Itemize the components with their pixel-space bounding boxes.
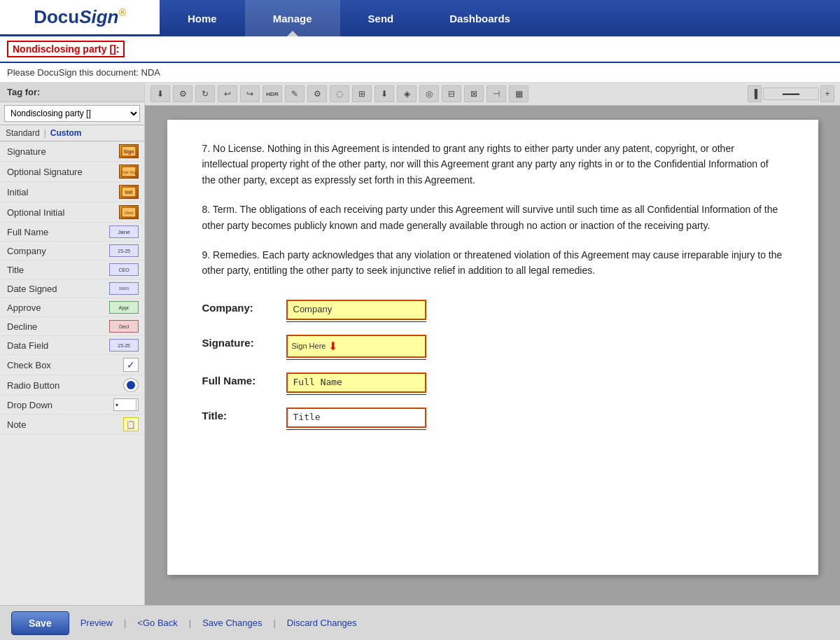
tag-item-title-label: Title	[7, 265, 24, 275]
tag-item-optional-signature[interactable]: Optional Signature Opt Sig	[0, 162, 144, 182]
dropdown-icon: ▾	[113, 398, 139, 411]
nav-manage[interactable]: Manage	[245, 0, 340, 36]
doc-paragraph-8: 8. Term. The obligations of each receivi…	[202, 202, 783, 233]
tag-item-title[interactable]: Title CEO	[0, 260, 144, 279]
toolbar-download2-btn[interactable]: ⬇	[374, 85, 394, 102]
toolbar-edit-btn[interactable]: ✎	[285, 85, 304, 102]
message-text: Please DocuSign this document: NDA	[7, 67, 160, 78]
doc-content: 7. No License. Nothing in this Agreement…	[202, 141, 783, 430]
tag-item-initial[interactable]: Initial Init	[0, 182, 144, 202]
save-button[interactable]: Save	[11, 611, 69, 635]
toolbar-circle-btn[interactable]: ◌	[330, 85, 349, 102]
toolbar-chart-btn[interactable]: ▦	[509, 85, 528, 102]
approve-icon: Appr	[109, 301, 139, 314]
nav-send[interactable]: Send	[340, 0, 422, 36]
tag-item-fullname[interactable]: Full Name Jane	[0, 223, 144, 242]
tag-item-decline[interactable]: Decline Decl	[0, 317, 144, 336]
logo-text: DocuSign®	[34, 6, 126, 28]
toolbar-hdr-btn[interactable]: HDR	[262, 85, 282, 102]
toolbar-refresh-btn[interactable]: ↻	[195, 85, 215, 102]
zoom-in-btn[interactable]: +	[820, 85, 834, 102]
recipient-bar: Nondisclosing party []:	[0, 36, 840, 63]
doc-para-7-text: 7. No License. Nothing in this Agreement…	[202, 143, 769, 186]
toolbar-gear2-btn[interactable]: ⚙	[307, 85, 327, 102]
toolbar-grid-btn[interactable]: ⊞	[352, 85, 372, 102]
optional-signature-icon: Opt Sig	[119, 165, 139, 179]
discard-changes-link[interactable]: Discard Changes	[287, 618, 357, 628]
fullname-field-tag[interactable]: Full Name	[286, 373, 426, 393]
toolbar-minus-btn[interactable]: ⊟	[442, 85, 461, 102]
radio-button-icon	[123, 378, 139, 392]
tag-item-company[interactable]: Company 15-25	[0, 242, 144, 260]
role-dropdown[interactable]: Nondisclosing party []	[4, 105, 140, 122]
fullname-form-label: Full Name:	[202, 373, 286, 389]
zoom-out-btn[interactable]: ▐	[748, 85, 762, 102]
recipient-label: Nondisclosing party []:	[7, 41, 125, 57]
checkbox-icon: ✓	[123, 358, 139, 372]
title-field-tag[interactable]: Title	[286, 408, 426, 428]
tag-for-label: Tag for:	[7, 87, 40, 97]
tag-item-decline-label: Decline	[7, 321, 37, 332]
company-underline	[286, 321, 426, 322]
tag-items-list: Signature Sign Optional Signature Opt Si…	[0, 141, 144, 435]
tag-item-data-field[interactable]: Data Field 15-25	[0, 336, 144, 355]
tag-item-date-signed[interactable]: Date Signed 10/01	[0, 279, 144, 298]
tag-item-optional-signature-label: Optional Signature	[7, 167, 83, 177]
tag-for-header: Tag for:	[0, 83, 144, 102]
company-icon: 15-25	[109, 244, 139, 257]
preview-link[interactable]: Preview	[80, 618, 113, 628]
doc-area: 7. No License. Nothing in this Agreement…	[145, 106, 840, 605]
fullname-field-area: Full Name	[286, 373, 426, 395]
tag-item-data-field-label: Data Field	[7, 340, 48, 351]
tag-item-approve[interactable]: Approve Appr	[0, 298, 144, 317]
toolbar-target-btn[interactable]: ◈	[397, 85, 416, 102]
date-signed-icon: 10/01	[109, 282, 139, 295]
nav-home[interactable]: Home	[160, 0, 245, 36]
toolbar-settings-btn[interactable]: ⚙	[173, 85, 192, 102]
signature-field-tag[interactable]: Sign Here ⬇	[286, 335, 426, 359]
note-icon: 📋	[123, 417, 139, 431]
sign-here-label: Sign Here	[292, 340, 326, 353]
svg-text:OInit: OInit	[125, 211, 134, 215]
doc-toolbar: ⬇ ⚙ ↻ ↩ ↪ HDR ✎ ⚙ ◌ ⊞ ⬇ ◈ ◎ ⊟ ⊠ ⊣ ▦ ▐ ━━…	[145, 83, 840, 106]
tag-item-dropdown-label: Drop Down	[7, 400, 52, 410]
toolbar-align-btn[interactable]: ⊣	[486, 85, 506, 102]
company-field-tag[interactable]: Company	[286, 300, 426, 320]
save-changes-link[interactable]: Save Changes	[202, 618, 262, 628]
toolbar-redo-btn[interactable]: ↪	[240, 85, 260, 102]
tag-item-note[interactable]: Note 📋	[0, 415, 144, 435]
nav-dashboards[interactable]: Dashboards	[421, 0, 538, 36]
tag-item-dropdown[interactable]: Drop Down ▾	[0, 396, 144, 415]
svg-text:Init: Init	[125, 190, 133, 195]
message-bar: Please DocuSign this document: NDA	[0, 63, 840, 83]
tag-item-company-label: Company	[7, 246, 46, 256]
tag-item-fullname-label: Full Name	[7, 227, 48, 237]
standard-tab[interactable]: Standard	[6, 128, 40, 138]
signature-form-label: Signature:	[202, 335, 286, 352]
go-back-link[interactable]: <Go Back	[137, 618, 177, 628]
tag-item-optional-initial[interactable]: Optional Initial OInit	[0, 202, 144, 223]
tag-item-radio-button[interactable]: Radio Button	[0, 375, 144, 396]
sign-arrow-icon: ⬇	[328, 338, 337, 356]
zoom-bar: ━━━━	[763, 88, 819, 100]
toolbar-circle2-btn[interactable]: ◎	[419, 85, 439, 102]
doc-form-section: Company: Company Signature: Sign	[202, 300, 783, 430]
left-sidebar: Tag for: Nondisclosing party [] Standard…	[0, 83, 145, 605]
doc-form-row-fullname: Full Name: Full Name	[202, 373, 783, 395]
doc-page: 7. No License. Nothing in this Agreement…	[167, 120, 818, 575]
toolbar-upload-btn[interactable]: ⬇	[150, 85, 170, 102]
tag-item-approve-label: Approve	[7, 302, 41, 313]
top-navigation: DocuSign® Home Manage Send Dashboards	[0, 0, 840, 36]
toolbar-cross-btn[interactable]: ⊠	[464, 85, 484, 102]
standard-custom-tabs: Standard | Custom	[0, 125, 144, 141]
tag-item-checkbox[interactable]: Check Box ✓	[0, 355, 144, 375]
signature-field-area: Sign Here ⬇	[286, 335, 426, 361]
company-field-area: Company	[286, 300, 426, 322]
tag-item-signature[interactable]: Signature Sign	[0, 141, 144, 162]
initial-icon: Init	[119, 185, 139, 199]
main-layout: Tag for: Nondisclosing party [] Standard…	[0, 83, 840, 605]
custom-tab[interactable]: Custom	[50, 128, 82, 138]
toolbar-undo-btn[interactable]: ↩	[218, 85, 237, 102]
nav-items: Home Manage Send Dashboards	[160, 0, 840, 36]
doc-paragraph-7: 7. No License. Nothing in this Agreement…	[202, 141, 783, 188]
